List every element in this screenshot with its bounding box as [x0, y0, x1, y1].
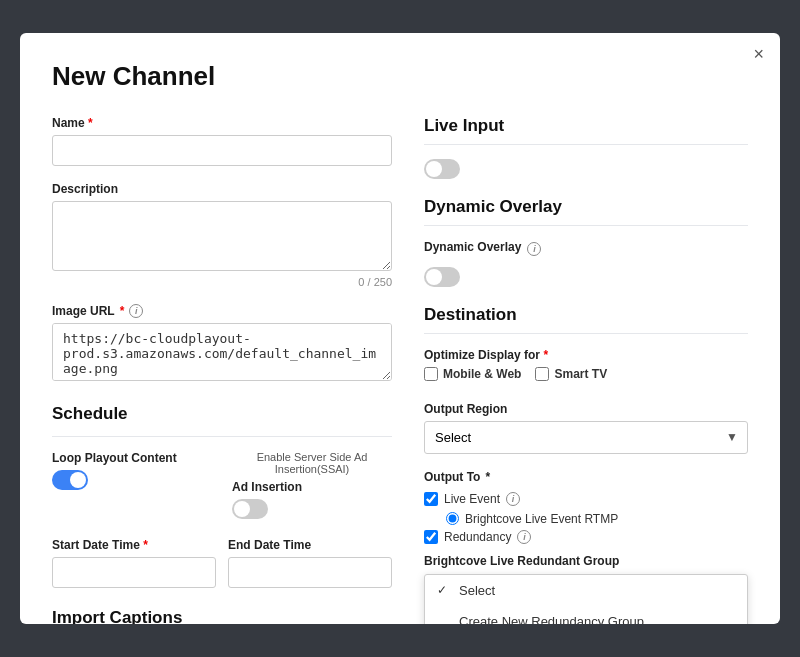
select-check-icon: ✓	[437, 583, 451, 597]
ssai-label: Enable Server Side Ad Insertion(SSAI)	[232, 451, 392, 475]
description-textarea[interactable]	[52, 201, 392, 271]
loop-playout-label: Loop Playout Content	[52, 451, 212, 465]
schedule-title: Schedule	[52, 400, 392, 424]
start-date-col: Start Date Time *	[52, 538, 216, 588]
start-date-label: Start Date Time *	[52, 538, 216, 552]
schedule-divider	[52, 436, 392, 437]
description-label: Description	[52, 182, 392, 196]
import-captions-title: Import Captions	[52, 604, 392, 624]
end-date-input[interactable]	[228, 557, 392, 588]
left-column: Name * Description 0 / 250 Image URL * i	[52, 116, 392, 624]
mobile-web-label: Mobile & Web	[443, 367, 521, 381]
schedule-group: Schedule Loop Playout Content Enable Ser…	[52, 400, 392, 588]
live-input-toggle[interactable]	[424, 159, 460, 179]
dropdown-list: ✓ Select Create New Redundancy Group cp_	[424, 574, 748, 624]
output-to-group: Output To * Live Event i Brightcove Live…	[424, 470, 748, 624]
smart-tv-label: Smart TV	[554, 367, 607, 381]
redundancy-group-title: Brightcove Live Redundant Group	[424, 554, 748, 568]
smart-tv-checkbox-label[interactable]: Smart TV	[535, 367, 607, 381]
live-event-label: Live Event	[444, 492, 500, 506]
output-region-select[interactable]: Select	[424, 421, 748, 454]
dynamic-overlay-info-icon[interactable]: i	[527, 242, 541, 256]
brightcove-live-option: Brightcove Live Event RTMP	[446, 512, 748, 526]
redundancy-checkbox[interactable]	[424, 530, 438, 544]
redundancy-option: Redundancy i	[424, 530, 748, 544]
dropdown-item-select-label: Select	[459, 583, 495, 598]
image-url-info-icon[interactable]: i	[129, 304, 143, 318]
redundancy-label: Redundancy	[444, 530, 511, 544]
live-event-checkbox[interactable]	[424, 492, 438, 506]
dynamic-overlay-label: Dynamic Overlay	[424, 240, 521, 254]
name-label: Name *	[52, 116, 392, 130]
redundancy-group-dropdown: ✓ Select Create New Redundancy Group cp_	[424, 574, 748, 624]
import-captions-group: Import Captions Import Captions i	[52, 604, 392, 624]
dynamic-overlay-divider	[424, 225, 748, 226]
close-button[interactable]: ×	[753, 45, 764, 63]
brightcove-live-radio[interactable]	[446, 512, 459, 525]
modal-overlay: × New Channel Name * Description 0 / 250	[0, 0, 800, 657]
optimize-group: Optimize Display for * Mobile & Web Smar…	[424, 348, 748, 386]
output-to-label: Output To *	[424, 470, 748, 484]
ad-insertion-label: Ad Insertion	[232, 480, 392, 494]
loop-playout-col: Loop Playout Content	[52, 451, 212, 495]
optimize-label: Optimize Display for *	[424, 348, 748, 362]
char-count: 0 / 250	[52, 276, 392, 288]
loop-playout-toggle[interactable]	[52, 470, 88, 490]
image-url-group: Image URL * i https://bc-cloudplayout-pr…	[52, 304, 392, 384]
smart-tv-checkbox[interactable]	[535, 367, 549, 381]
dynamic-overlay-title: Dynamic Overlay	[424, 197, 748, 217]
description-group: Description 0 / 250	[52, 182, 392, 288]
dropdown-item-create-new[interactable]: Create New Redundancy Group	[425, 606, 747, 624]
live-event-info-icon[interactable]: i	[506, 492, 520, 506]
mobile-web-checkbox-label[interactable]: Mobile & Web	[424, 367, 521, 381]
live-input-title: Live Input	[424, 116, 748, 136]
mobile-web-checkbox[interactable]	[424, 367, 438, 381]
name-group: Name *	[52, 116, 392, 166]
modal-title: New Channel	[52, 61, 748, 92]
brightcove-live-label: Brightcove Live Event RTMP	[465, 512, 618, 526]
output-region-select-wrapper: Select ▼	[424, 421, 748, 454]
destination-title: Destination	[424, 305, 748, 325]
dynamic-overlay-section: Dynamic Overlay Dynamic Overlay i	[424, 197, 748, 287]
end-date-col: End Date Time	[228, 538, 392, 588]
right-column: Live Input Dynamic Overlay Dynamic Overl…	[424, 116, 748, 624]
ad-insertion-col: Enable Server Side Ad Insertion(SSAI) Ad…	[232, 451, 392, 524]
end-date-label: End Date Time	[228, 538, 392, 552]
image-url-label: Image URL * i	[52, 304, 392, 318]
new-channel-modal: × New Channel Name * Description 0 / 250	[20, 33, 780, 624]
output-region-label: Output Region	[424, 402, 748, 416]
live-event-option: Live Event i	[424, 492, 748, 506]
redundancy-info-icon[interactable]: i	[517, 530, 531, 544]
destination-divider	[424, 333, 748, 334]
image-url-textarea[interactable]: https://bc-cloudplayout-prod.s3.amazonaw…	[52, 323, 392, 381]
output-region-group: Output Region Select ▼	[424, 402, 748, 454]
ad-insertion-toggle[interactable]	[232, 499, 268, 519]
live-input-section: Live Input	[424, 116, 748, 179]
name-input[interactable]	[52, 135, 392, 166]
optimize-row: Mobile & Web Smart TV	[424, 367, 748, 386]
dropdown-item-create-new-label: Create New Redundancy Group	[459, 614, 644, 624]
start-date-input[interactable]	[52, 557, 216, 588]
live-input-divider	[424, 144, 748, 145]
dropdown-item-select[interactable]: ✓ Select	[425, 575, 747, 606]
destination-section: Destination Optimize Display for * Mobil…	[424, 305, 748, 624]
output-to-options: Live Event i Brightcove Live Event RTMP …	[424, 492, 748, 544]
dynamic-overlay-toggle[interactable]	[424, 267, 460, 287]
